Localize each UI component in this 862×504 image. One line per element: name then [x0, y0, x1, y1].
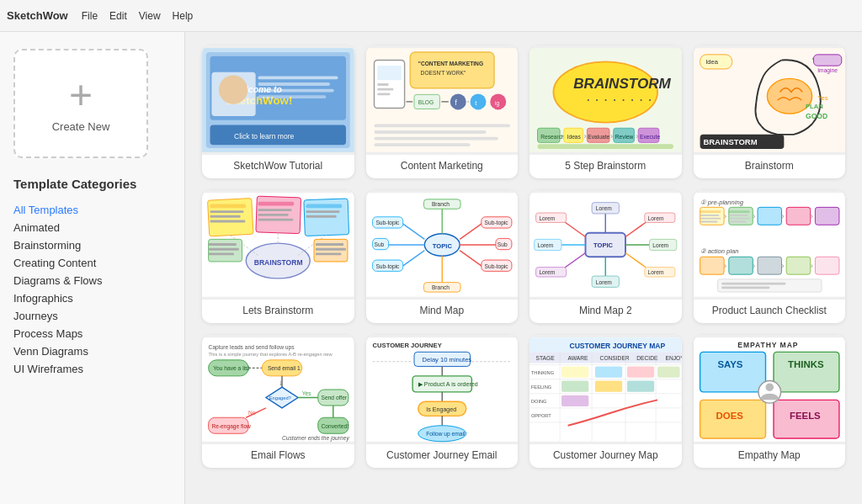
- sidebar-item-brainstorming[interactable]: Brainstorming: [13, 236, 171, 254]
- svg-text:▶ Product A is ordered: ▶ Product A is ordered: [418, 381, 477, 388]
- template-card-5-step-brainstorm[interactable]: BRAINSTORM • • • • • • • • Research Idea…: [529, 45, 682, 178]
- template-thumbnail-content-marketing: "CONTENT MARKETING DOESN'T WORK" BLOG f …: [366, 45, 519, 155]
- template-card-empathy-map[interactable]: EMPATHY MAP SAYS THINKS DOES FEELS Empat…: [694, 335, 846, 468]
- menu-file[interactable]: File: [82, 10, 98, 22]
- template-thumbnail-5-step-brainstorm: BRAINSTORM • • • • • • • • Research Idea…: [529, 45, 682, 155]
- template-thumbnail-brainstorm: Idea ? Imagine PLAN GOOD Yes BRAINSTORM: [694, 45, 846, 155]
- svg-text:SAYS: SAYS: [717, 359, 742, 369]
- sidebar-item-creating-content[interactable]: Creating Content: [13, 254, 171, 272]
- template-card-customer-journey-map[interactable]: CUSTOMER JOURNEY MAP STAGE AWARE CONSIDE…: [529, 335, 682, 468]
- svg-rect-241: [627, 366, 654, 377]
- svg-rect-89: [209, 239, 242, 262]
- svg-rect-8: [258, 77, 338, 80]
- svg-rect-236: [561, 366, 588, 377]
- svg-text:›: ›: [610, 131, 613, 141]
- svg-text:›: ›: [753, 261, 755, 270]
- svg-text:Send offer: Send offer: [322, 395, 348, 401]
- svg-rect-96: [316, 253, 341, 256]
- svg-point-25: [450, 93, 466, 109]
- svg-text:ig: ig: [494, 100, 498, 107]
- svg-rect-148: [700, 215, 719, 216]
- svg-point-27: [470, 93, 486, 109]
- svg-text:›: ›: [636, 131, 638, 141]
- svg-text:DOES: DOES: [716, 411, 743, 421]
- svg-text:DOING: DOING: [531, 399, 547, 404]
- svg-rect-77: [258, 209, 292, 211]
- content-area: welcome to SketchWow! Click to learn mor…: [185, 32, 862, 504]
- svg-text:CONSIDER: CONSIDER: [600, 355, 630, 361]
- svg-text:Branch: Branch: [431, 284, 449, 290]
- svg-text:Sub-topic: Sub-topic: [484, 263, 508, 270]
- template-thumbnail-empathy-map: EMPATHY MAP SAYS THINKS DOES FEELS: [694, 335, 846, 444]
- svg-text:TOPIC: TOPIC: [593, 241, 614, 249]
- create-new-button[interactable]: + Create New: [13, 49, 148, 158]
- svg-rect-72: [210, 210, 244, 213]
- svg-text:OPPORT: OPPORT: [531, 413, 551, 418]
- template-card-mind-map[interactable]: TOPIC Sub-topic Sub Sub-topic Sub-topic: [366, 190, 519, 323]
- title-bar: SketchWow File Edit View Help: [0, 0, 862, 32]
- sidebar-item-all-templates[interactable]: All Templates: [13, 201, 171, 219]
- template-card-lets-brainstorm[interactable]: BRAINSTORM Lets Brainstorm: [202, 190, 354, 323]
- svg-text:PLAN: PLAN: [806, 103, 823, 110]
- svg-text:BRAINSTORM: BRAINSTORM: [703, 137, 757, 146]
- svg-text:Sub-topic: Sub-topic: [375, 263, 400, 270]
- template-card-product-launch-checklist[interactable]: ① pre-planning ② action plan › ›: [694, 190, 846, 323]
- svg-text:This is a simple journey that : This is a simple journey that explores A…: [209, 352, 333, 357]
- template-thumbnail-mind-map-2: TOPIC Lorem Lorem Lorem Lorem: [529, 190, 682, 300]
- svg-text:You have a list: You have a list: [213, 365, 249, 371]
- sidebar-item-venn-diagrams[interactable]: Venn Diagrams: [13, 342, 171, 360]
- svg-text:Sub: Sub: [374, 241, 384, 247]
- template-thumbnail-product-launch-checklist: ① pre-planning ② action plan › ›: [694, 190, 846, 300]
- svg-rect-19: [377, 66, 402, 80]
- svg-rect-243: [657, 366, 680, 377]
- template-card-email-flows[interactable]: Capture leads and send follow ups This i…: [202, 335, 354, 468]
- svg-text:DOESN'T WORK": DOESN'T WORK": [420, 70, 466, 76]
- svg-rect-92: [209, 253, 234, 256]
- template-card-sketchwow-tutorial[interactable]: welcome to SketchWow! Click to learn mor…: [202, 45, 354, 178]
- svg-text:Lorem: Lorem: [539, 215, 555, 221]
- menu-view[interactable]: View: [139, 10, 161, 22]
- template-thumbnail-customer-journey-map: CUSTOMER JOURNEY MAP STAGE AWARE CONSIDE…: [529, 335, 682, 444]
- template-label-brainstorm: Brainstorm: [694, 155, 846, 178]
- sidebar-item-journeys[interactable]: Journeys: [13, 307, 171, 325]
- svg-text:Yes: Yes: [302, 390, 312, 396]
- svg-text:No: No: [248, 410, 256, 416]
- svg-rect-150: [700, 221, 717, 223]
- template-card-brainstorm[interactable]: Idea ? Imagine PLAN GOOD Yes BRAINSTORM …: [694, 45, 846, 178]
- svg-rect-35: [374, 130, 486, 134]
- menu-help[interactable]: Help: [173, 10, 194, 22]
- sidebar-item-diagrams--flows[interactable]: Diagrams & Flows: [13, 272, 171, 289]
- template-label-5-step-brainstorm: 5 Step Brainstorm: [529, 155, 682, 178]
- svg-rect-83: [306, 215, 337, 218]
- svg-text:›: ›: [810, 211, 812, 220]
- svg-rect-156: [758, 207, 782, 225]
- template-label-mind-map: Mind Map: [366, 300, 519, 323]
- svg-text:• • • • • • • •: • • • • • • • •: [587, 96, 653, 103]
- svg-text:Lorem: Lorem: [539, 269, 555, 275]
- svg-rect-74: [210, 220, 246, 223]
- sidebar-item-infographics[interactable]: Infographics: [13, 289, 171, 307]
- svg-rect-240: [595, 381, 622, 392]
- app-name: SketchWow: [7, 9, 68, 22]
- svg-text:Send email 1: Send email 1: [268, 365, 301, 371]
- template-card-customer-journey-email[interactable]: CUSTOMER JOURNEY Delay 10 minutes ▶ Prod…: [366, 335, 519, 468]
- sidebar-item-animated[interactable]: Animated: [13, 219, 171, 236]
- svg-text:Delay 10 minutes: Delay 10 minutes: [422, 356, 471, 363]
- template-card-mind-map-2[interactable]: TOPIC Lorem Lorem Lorem Lorem: [529, 190, 682, 323]
- svg-rect-164: [728, 257, 753, 274]
- menu-edit[interactable]: Edit: [109, 10, 127, 22]
- template-label-email-flows: Email Flows: [202, 444, 354, 468]
- svg-text:›: ›: [724, 211, 726, 220]
- svg-rect-239: [595, 366, 622, 377]
- svg-text:Sub: Sub: [497, 241, 507, 247]
- svg-point-255: [765, 383, 774, 391]
- svg-text:② action plan: ② action plan: [700, 247, 738, 255]
- svg-rect-153: [728, 215, 748, 216]
- sidebar-item-ui-wireframes[interactable]: UI Wireframes: [13, 360, 171, 378]
- svg-rect-94: [316, 243, 343, 246]
- sidebar-item-process-maps[interactable]: Process Maps: [13, 325, 171, 342]
- template-label-empathy-map: Empathy Map: [694, 444, 846, 468]
- template-label-mind-map-2: Mind Map 2: [529, 300, 682, 323]
- template-card-content-marketing[interactable]: "CONTENT MARKETING DOESN'T WORK" BLOG f …: [366, 45, 519, 178]
- template-thumbnail-sketchwow-tutorial: welcome to SketchWow! Click to learn mor…: [202, 45, 354, 155]
